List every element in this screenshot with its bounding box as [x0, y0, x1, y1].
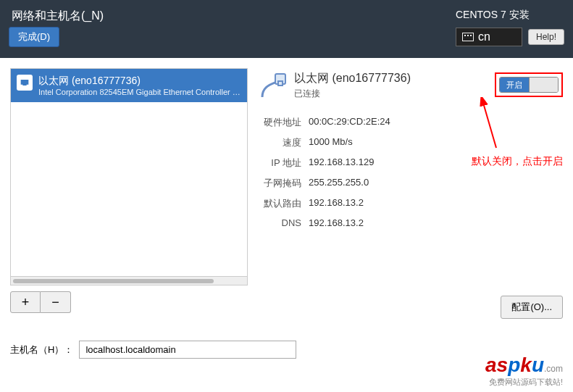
toggle-on-label: 开启: [500, 78, 529, 92]
svg-rect-1: [278, 81, 283, 86]
detail-title: 以太网 (eno16777736): [294, 71, 411, 86]
route-value: 192.168.13.2: [309, 197, 364, 210]
keyboard-icon: [462, 33, 474, 41]
nic-name: 以太网 (eno16777736): [38, 75, 241, 88]
configure-button[interactable]: 配置(O)...: [501, 296, 563, 319]
watermark-subtitle: 免费网站源码下载站!: [485, 377, 563, 388]
route-label: 默认路由: [258, 197, 301, 210]
header-right: CENTOS 7 安装 cn Help!: [456, 9, 564, 46]
watermark-logo: aspku.com: [485, 354, 563, 377]
hostname-label: 主机名（H）：: [10, 343, 73, 356]
nic-list-item[interactable]: 以太网 (eno16777736) Intel Corporation 8254…: [11, 69, 247, 102]
annotation-highlight: 开启: [495, 72, 563, 97]
ethernet-icon: [17, 75, 33, 91]
ip-label: IP 地址: [258, 157, 301, 170]
watermark: aspku.com 免费网站源码下载站!: [485, 354, 563, 388]
install-label: CENTOS 7 安装: [456, 9, 564, 22]
hw-value: 00:0C:29:CD:2E:24: [309, 116, 390, 129]
speed-value: 1000 Mb/s: [309, 136, 353, 149]
mask-value: 255.255.255.0: [309, 177, 369, 190]
nic-list-column: 以太网 (eno16777736) Intel Corporation 8254…: [10, 68, 248, 313]
ethernet-plug-icon: [258, 71, 287, 101]
remove-nic-button[interactable]: −: [41, 291, 71, 313]
annotation-text: 默认关闭，点击开启: [472, 155, 563, 168]
hw-label: 硬件地址: [258, 116, 301, 129]
connection-toggle[interactable]: 开启: [499, 77, 559, 93]
hostname-row: 主机名（H）：: [10, 341, 296, 359]
lang-code: cn: [478, 30, 490, 43]
ip-value: 192.168.13.129: [309, 157, 374, 170]
main-content: 以太网 (eno16777736) Intel Corporation 8254…: [0, 58, 573, 323]
detail-status: 已连接: [294, 88, 411, 100]
header-bar: 网络和主机名(_N) 完成(D) CENTOS 7 安装 cn Help!: [0, 0, 573, 58]
done-button[interactable]: 完成(D): [9, 27, 59, 47]
mask-label: 子网掩码: [258, 177, 301, 190]
speed-label: 速度: [258, 136, 301, 149]
add-nic-button[interactable]: +: [10, 291, 41, 313]
toggle-knob: [529, 78, 558, 92]
keyboard-layout-selector[interactable]: cn: [456, 28, 522, 46]
horizontal-scrollbar[interactable]: [11, 276, 247, 285]
info-table: 硬件地址00:0C:29:CD:2E:24 速度1000 Mb/s IP 地址1…: [258, 116, 563, 228]
help-button[interactable]: Help!: [528, 29, 564, 45]
hostname-input[interactable]: [79, 341, 296, 359]
nic-desc: Intel Corporation 82545EM Gigabit Ethern…: [38, 88, 241, 96]
nic-detail-column: 以太网 (eno16777736) 已连接 开启 默认关闭，点击开启 硬件地址0…: [258, 68, 563, 313]
nic-list[interactable]: 以太网 (eno16777736) Intel Corporation 8254…: [10, 68, 248, 285]
dns-label: DNS: [258, 217, 301, 228]
dns-value: 192.168.13.2: [309, 217, 364, 228]
